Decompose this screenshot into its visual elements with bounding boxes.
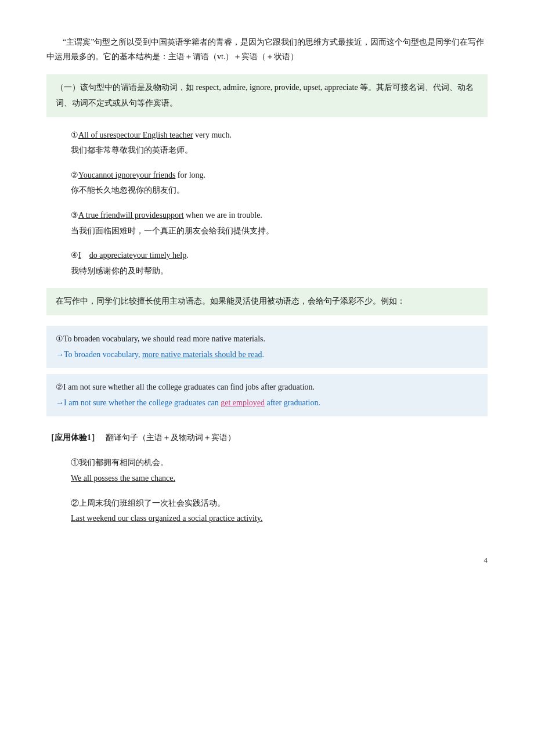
example-4-translation: 我特别感谢你的及时帮助。 <box>46 264 488 279</box>
practice-1-answer: We all possess the same chance. <box>46 471 488 487</box>
passive-1-arrow: →To broaden vocabulary, more native mate… <box>56 347 478 363</box>
example-2-translation: 你不能长久地忽视你的朋友们。 <box>46 183 488 199</box>
page-number: 4 <box>484 556 488 565</box>
practice-label: ［应用体验1］ <box>46 433 99 442</box>
page-content: “主谓宾”句型之所以受到中国英语学䉱者的青睿，是因为它跟我们的思维方式最接近，因… <box>0 0 534 582</box>
example-3-sentence: ③A true friendwill providesupport when w… <box>46 208 488 224</box>
example-3: ③A true friendwill providesupport when w… <box>46 208 488 239</box>
practice-label-row: ［应用体验1］ 翻译句子（主语＋及物动词＋宾语） <box>46 430 488 445</box>
passive-2-arrow: →I am not sure whether the college gradu… <box>56 395 478 411</box>
passive-pair-1: ①To broaden vocabulary, we should read m… <box>46 326 488 368</box>
example-2: ②Youcannot ignoreyour friends for long. … <box>46 168 488 199</box>
practice-section: ［应用体验1］ 翻译句子（主语＋及物动词＋宾语） <box>46 430 488 445</box>
section1-title: （一）该句型中的谓语是及物动词，如 respect, admire, ignor… <box>56 83 474 107</box>
example-4: ④I do appreciateyour timely help. 我特别感谢你… <box>46 248 488 279</box>
practice-2-chinese: ②上周末我们班组织了一次社会实践活动。 <box>46 496 488 512</box>
example-2-sentence: ②Youcannot ignoreyour friends for long. <box>46 168 488 183</box>
passive-pair-2: ②I am not sure whether all the college g… <box>46 374 488 416</box>
passive-intro-text: 在写作中，同学们比较擅长使用主动语态。如果能灵活使用被动语态，会给句子添彩不少。… <box>56 297 405 305</box>
example-1: ①All of usrespectour English teacher ver… <box>46 128 488 159</box>
practice-1-chinese: ①我们都拥有相同的机会。 <box>46 455 488 471</box>
passive-1-original: ①To broaden vocabulary, we should read m… <box>56 332 478 347</box>
example-4-sentence: ④I do appreciateyour timely help. <box>46 248 488 264</box>
practice-item-1: ①我们都拥有相同的机会。 We all possess the same cha… <box>46 455 488 486</box>
intro-paragraph: “主谓宾”句型之所以受到中国英语学䉱者的青睿，是因为它跟我们的思维方式最接近，因… <box>46 35 488 64</box>
passive-intro-box: 在写作中，同学们比较擅长使用主动语态。如果能灵活使用被动语态，会给句子添彩不少。… <box>46 288 488 315</box>
example-1-translation: 我们都非常尊敬我们的英语老师。 <box>46 143 488 159</box>
section1-box: （一）该句型中的谓语是及物动词，如 respect, admire, ignor… <box>46 74 488 117</box>
example-3-translation: 当我们面临困难时，一个真正的朋友会给我们提供支持。 <box>46 224 488 239</box>
example-1-sentence: ①All of usrespectour English teacher ver… <box>46 128 488 143</box>
practice-item-2: ②上周末我们班组织了一次社会实践活动。 Last weekend our cla… <box>46 496 488 527</box>
practice-2-answer: Last weekend our class organized a socia… <box>46 511 488 527</box>
practice-instruction: 翻译句子（主语＋及物动词＋宾语） <box>102 433 236 442</box>
intro-text: “主谓宾”句型之所以受到中国英语学䉱者的青睿，是因为它跟我们的思维方式最接近，因… <box>46 38 484 61</box>
passive-2-original: ②I am not sure whether all the college g… <box>56 380 478 395</box>
